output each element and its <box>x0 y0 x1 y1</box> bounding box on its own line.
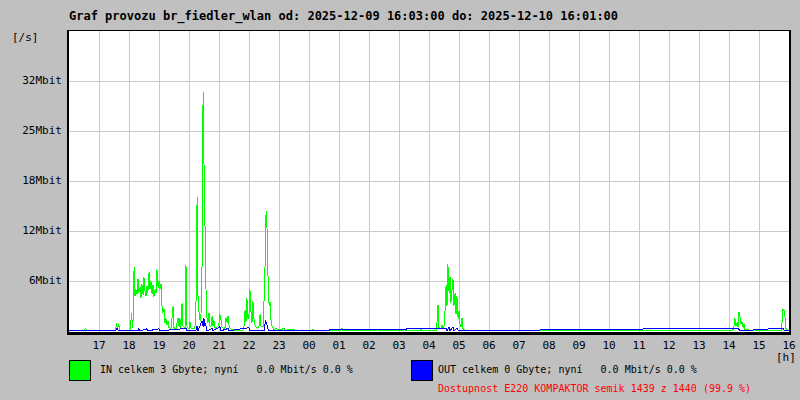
x-tick-label: 14 <box>714 340 744 352</box>
legend-out-label: OUT celkem 0 Gbyte; nyní 0.0 Mbit/s 0.0 … <box>438 361 697 379</box>
y-tick-label: 12Mbit <box>0 224 62 238</box>
y-tick-label: 32Mbit <box>0 74 62 88</box>
y-axis-unit-label: [/s] <box>12 31 39 44</box>
x-tick-label: 21 <box>204 340 234 352</box>
x-tick-label: 18 <box>114 340 144 352</box>
x-tick-label: 23 <box>264 340 294 352</box>
x-tick-label: 05 <box>444 340 474 352</box>
x-tick-label: 19 <box>144 340 174 352</box>
legend-in-swatch <box>69 360 91 381</box>
y-tick-label: 25Mbit <box>0 124 62 138</box>
x-tick-label: 12 <box>654 340 684 352</box>
traffic-chart <box>69 31 789 332</box>
x-tick-label: 03 <box>384 340 414 352</box>
legend-in-label: IN celkem 3 Gbyte; nyní 0.0 Mbit/s 0.0 % <box>100 361 353 379</box>
x-tick-label: 02 <box>354 340 384 352</box>
graph-title: Graf provozu br_fiedler_wlan od: 2025-12… <box>69 9 618 23</box>
availability-status-text: Dostupnost E220 KOMPAKTOR semik 1439 z 1… <box>438 382 751 396</box>
x-tick-label: 06 <box>474 340 504 352</box>
x-tick-label: 04 <box>414 340 444 352</box>
plot-area <box>67 30 791 335</box>
x-tick-label: 09 <box>564 340 594 352</box>
x-tick-label: 07 <box>504 340 534 352</box>
x-tick-label: 17 <box>84 340 114 352</box>
x-tick-label: 08 <box>534 340 564 352</box>
x-tick-label: 15 <box>744 340 774 352</box>
y-tick-label: 18Mbit <box>0 174 62 188</box>
x-tick-label: 11 <box>624 340 654 352</box>
x-tick-label: 00 <box>294 340 324 352</box>
x-axis-unit-label: [h] <box>776 351 796 364</box>
x-tick-label: 22 <box>234 340 264 352</box>
x-tick-label: 13 <box>684 340 714 352</box>
traffic-graph-page: { "title": "Graf provozu br_fiedler_wlan… <box>0 0 800 400</box>
legend-out-swatch <box>411 360 433 381</box>
x-tick-label: 20 <box>174 340 204 352</box>
x-tick-label: 01 <box>324 340 354 352</box>
x-tick-label: 10 <box>594 340 624 352</box>
y-tick-label: 6Mbit <box>0 274 62 288</box>
